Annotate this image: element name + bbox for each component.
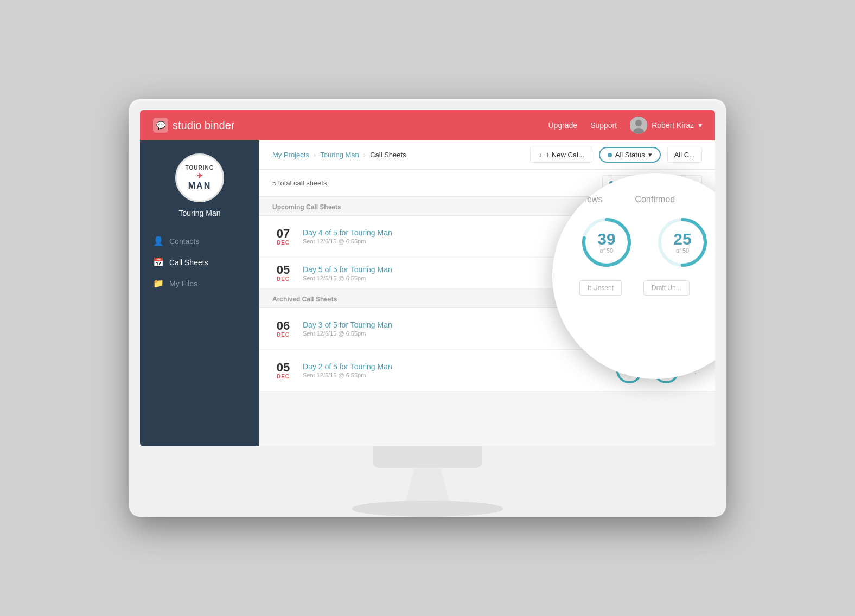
avatar: [630, 117, 647, 134]
all-status-filter-active[interactable]: All Status ▾: [599, 147, 661, 163]
date-month: DEC: [272, 374, 294, 380]
zoom-circles: 39 of 50: [579, 215, 710, 270]
logo-line2: MAN: [188, 181, 211, 191]
zoom-draft-row: ft Unsent Draft Un...: [579, 280, 715, 296]
sidebar-item-my-files[interactable]: 📁 My Files: [140, 273, 259, 294]
sheet-info: Day 3 of 5 for Touring Man Sent 12/6/15 …: [303, 320, 607, 337]
sheet-title[interactable]: Day 3 of 5 for Touring Man: [303, 320, 607, 329]
status-dot: [608, 153, 612, 157]
logo-icon: 💬: [153, 118, 168, 133]
date-day: 05: [272, 264, 294, 276]
date-day: 07: [272, 228, 294, 240]
sidebar-item-call-sheets[interactable]: 📅 Call Sheets: [140, 252, 259, 273]
date-month: DEC: [272, 276, 294, 282]
project-logo: TOURING ✈ MAN: [175, 153, 224, 202]
sheet-info: Day 2 of 5 for Touring Man Sent 12/5/15 …: [303, 362, 607, 378]
zoom-header: Views Confirmed: [579, 195, 715, 204]
breadcrumb-bar: My Projects › Touring Man › Call Sheets …: [259, 140, 715, 170]
date-box: 07 DEC: [272, 228, 294, 246]
logo-text: studio binder: [173, 119, 235, 132]
sheet-meta: Sent 12/5/15 @ 6:55pm: [303, 372, 607, 378]
all-filter-dropdown[interactable]: All C...: [667, 147, 702, 163]
sheet-title[interactable]: Day 2 of 5 for Touring Man: [303, 362, 607, 371]
breadcrumb-my-projects[interactable]: My Projects: [272, 151, 309, 159]
breadcrumb: My Projects › Touring Man › Call Sheets: [272, 151, 406, 159]
call-sheets-icon: 📅: [153, 257, 164, 267]
zoom-confirmed-circle: 25 of 50: [655, 215, 710, 270]
files-icon: 📁: [153, 278, 164, 288]
content-area: My Projects › Touring Man › Call Sheets …: [259, 140, 715, 446]
zoom-draft-badge-2: Draft Un...: [643, 280, 690, 296]
sidebar-nav: 👤 Contacts 📅 Call Sheets 📁 My Files: [140, 230, 259, 294]
contacts-icon: 👤: [153, 236, 164, 246]
logo-line1: TOURING: [186, 165, 214, 171]
breadcrumb-project[interactable]: Touring Man: [320, 151, 359, 159]
breadcrumb-actions: + + New Cal... All Status ▾ All C...: [530, 147, 702, 163]
date-month: DEC: [272, 240, 294, 246]
sidebar-item-my-files-label: My Files: [169, 279, 197, 288]
sheet-meta: Sent 12/5/15 @ 6:55pm: [303, 275, 572, 281]
user-name: Robert Kiraz: [652, 121, 694, 130]
sheet-info: Day 5 of 5 for Touring Man Sent 12/5/15 …: [303, 265, 572, 281]
new-call-sheet-button[interactable]: + + New Cal...: [530, 147, 592, 163]
user-menu[interactable]: Robert Kiraz ▾: [630, 117, 702, 134]
breadcrumb-sep2: ›: [363, 151, 366, 159]
date-month: DEC: [272, 332, 294, 338]
sidebar: TOURING ✈ MAN Touring Man 👤 Contacts 📅: [140, 140, 259, 446]
upgrade-link[interactable]: Upgrade: [548, 121, 577, 130]
date-box: 05 DEC: [272, 362, 294, 380]
sidebar-item-contacts-label: Contacts: [169, 237, 199, 246]
zoom-views-circle: 39 of 50: [579, 215, 634, 270]
breadcrumb-sep1: ›: [314, 151, 316, 159]
total-count: 5 total call sheets: [272, 179, 327, 187]
logo: 💬 studio binder: [153, 118, 235, 133]
date-day: 06: [272, 320, 294, 332]
plus-icon: +: [538, 151, 543, 159]
zoom-draft-badge-1: ft Unsent: [579, 280, 622, 296]
logo-plane: ✈: [196, 171, 203, 181]
svg-point-1: [635, 120, 642, 126]
zoom-confirmed-label: Confirmed: [635, 195, 675, 204]
header-nav: Upgrade Support Robert Kiraz: [548, 117, 702, 134]
chevron-down-icon: ▾: [698, 121, 702, 130]
date-box: 06 DEC: [272, 320, 294, 338]
breadcrumb-current: Call Sheets: [370, 151, 406, 159]
sidebar-item-call-sheets-label: Call Sheets: [169, 258, 208, 267]
sheet-title[interactable]: Day 5 of 5 for Touring Man: [303, 265, 572, 274]
app-header: 💬 studio binder Upgrade Support: [140, 110, 715, 140]
sidebar-item-contacts[interactable]: 👤 Contacts: [140, 230, 259, 252]
sheet-meta: Sent 12/6/15 @ 6:55pm: [303, 330, 607, 337]
main-content: TOURING ✈ MAN Touring Man 👤 Contacts 📅: [140, 140, 715, 446]
chevron-icon: ▾: [648, 151, 652, 159]
date-day: 05: [272, 362, 294, 374]
project-name: Touring Man: [178, 209, 220, 217]
support-link[interactable]: Support: [590, 121, 617, 130]
date-box: 05 DEC: [272, 264, 294, 282]
